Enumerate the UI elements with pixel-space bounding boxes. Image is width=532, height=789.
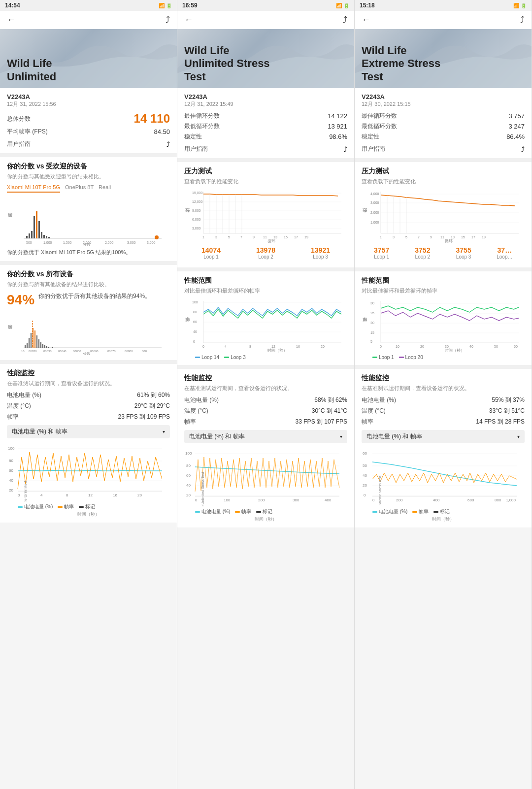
tab-xiaomi[interactable]: Xiaomi Mi 10T Pro 5G bbox=[7, 184, 60, 193]
svg-rect-8 bbox=[43, 235, 45, 238]
share-guide-icon-1[interactable]: ⤴ bbox=[166, 140, 170, 148]
vs-popular-title: 你的分数 vs 受欢迎的设备 bbox=[7, 162, 170, 171]
low-loop-val: 13 921 bbox=[328, 123, 347, 130]
svg-rect-3 bbox=[31, 231, 33, 238]
tab-reali[interactable]: Reali bbox=[99, 184, 111, 193]
share-guide-icon-2[interactable]: ⤴ bbox=[344, 145, 347, 153]
monitor-row-battery-1: 电池电量 (%) 61% 到 60% bbox=[7, 391, 170, 399]
vs-popular-sub: 你的分数与其他受欢迎型号的结果相比。 bbox=[7, 173, 170, 180]
svg-text:0: 0 bbox=[372, 498, 375, 502]
back-icon-2[interactable]: ← bbox=[184, 15, 193, 25]
tab-oneplus[interactable]: OnePlus 8T bbox=[65, 184, 94, 193]
legend-mark-1: 标记 bbox=[79, 503, 95, 510]
dropdown-label-3: 电池电量 (%) 和 帧率 bbox=[366, 432, 422, 441]
monitor-sub-3: 在基准测试运行期间，查看设备运行的状况。 bbox=[362, 385, 525, 392]
svg-text:50: 50 bbox=[494, 345, 498, 348]
legend-battery-1: 电池电量 (%) bbox=[18, 503, 53, 510]
monitor-row-battery-2: 电池电量 (%) 68% 到 62% bbox=[184, 396, 347, 404]
loop-label-4-3: Loop… bbox=[485, 254, 525, 260]
monitor-key-battery-2: 电池电量 (%) bbox=[184, 396, 219, 404]
nav-bar-2: ← ⤴ bbox=[177, 11, 354, 29]
legend-loop1-3: Loop 1 bbox=[372, 355, 394, 360]
hero-title-2: Wild LifeUnlimited StressTest bbox=[184, 44, 270, 83]
stability-label-2: 稳定性 bbox=[184, 132, 202, 141]
status-icons-3: 📶 🔋 bbox=[513, 3, 527, 8]
svg-text:9: 9 bbox=[430, 235, 432, 239]
share-icon-3[interactable]: ⤴ bbox=[520, 15, 525, 25]
svg-text:循环: 循环 bbox=[267, 239, 275, 243]
monitor-dropdown-2[interactable]: 电池电量 (%) 和 帧率 ▾ bbox=[184, 430, 347, 443]
svg-text:15: 15 bbox=[461, 235, 465, 239]
hero-title-3: Wild LifeExtreme StressTest bbox=[362, 44, 440, 83]
monitor-section-1: 性能监控 在基准测试运行期间，查看设备运行的状况。 电池电量 (%) 61% 到… bbox=[0, 364, 177, 523]
stability-row-2: 稳定性 98.6% bbox=[184, 132, 347, 141]
monitor-key-temp-1: 温度 (°C) bbox=[7, 402, 31, 410]
svg-text:12: 12 bbox=[88, 493, 93, 497]
svg-text:16: 16 bbox=[296, 345, 300, 348]
monitor-dropdown-1[interactable]: 电池电量 (%) 和 帧率 ▾ bbox=[7, 425, 170, 438]
monitor-legend-3: 电池电量 (%) 帧率 标记 bbox=[362, 508, 525, 515]
perf-range-title-2: 性能范围 bbox=[184, 276, 347, 285]
dropdown-arrow-3: ▾ bbox=[517, 434, 520, 439]
stability-row-3: 稳定性 86.4% bbox=[362, 132, 525, 141]
x-axis-time-3: 时间（秒） bbox=[362, 516, 525, 523]
loop-label-2-3: Loop 2 bbox=[402, 254, 442, 260]
share-icon-1[interactable]: ⤴ bbox=[166, 15, 170, 25]
svg-text:1,000: 1,000 bbox=[370, 221, 379, 224]
legend-battery-2: 电池电量 (%) bbox=[195, 508, 230, 515]
total-score-value: 14 110 bbox=[134, 112, 170, 126]
svg-text:00080: 00080 bbox=[125, 350, 133, 353]
loop-item-3-3: 3755 Loop 3 bbox=[444, 246, 484, 260]
svg-text:400: 400 bbox=[433, 498, 440, 502]
svg-rect-33 bbox=[48, 347, 49, 348]
legend-loop14-2: Loop 14 bbox=[195, 355, 219, 360]
svg-rect-30 bbox=[42, 344, 43, 348]
svg-text:60: 60 bbox=[193, 320, 197, 324]
monitor-dropdown-3[interactable]: 电池电量 (%) 和 帧率 ▾ bbox=[362, 430, 525, 443]
monitor-val-battery-1: 61% 到 60% bbox=[137, 391, 170, 399]
monitor-val-temp-3: 33°C 到 51°C bbox=[489, 407, 525, 415]
panel-extreme: 15:18 📶 🔋 ← ⤴ Wild LifeExtreme StressTes… bbox=[355, 0, 532, 789]
perf-range-sub-2: 对比最佳循环和最差循环的帧率 bbox=[184, 287, 347, 295]
svg-text:6,000: 6,000 bbox=[192, 218, 201, 221]
svg-text:分数: 分数 bbox=[83, 352, 91, 355]
comparison-tabs: Xiaomi Mi 10T Pro 5G OnePlus 8T Reali bbox=[7, 184, 170, 193]
back-icon-1[interactable]: ← bbox=[7, 15, 16, 25]
loop-label-3-3: Loop 3 bbox=[444, 254, 484, 260]
svg-text:5: 5 bbox=[405, 235, 407, 239]
svg-rect-27 bbox=[36, 335, 37, 348]
svg-text:13: 13 bbox=[451, 235, 455, 239]
svg-text:20: 20 bbox=[321, 345, 325, 348]
monitor-key-battery-3: 电池电量 (%) bbox=[362, 396, 396, 404]
share-guide-icon-3[interactable]: ⤴ bbox=[521, 145, 525, 153]
svg-text:11: 11 bbox=[263, 235, 267, 239]
fps-label: 平均帧率 (FPS) bbox=[7, 128, 48, 136]
legend-battery-label-1: 电池电量 (%) bbox=[24, 503, 53, 510]
svg-text:3: 3 bbox=[393, 235, 395, 239]
perf-range-chart-wrapper-3: 帧率 30 25 20 15 5 bbox=[362, 298, 525, 353]
svg-text:100: 100 bbox=[8, 446, 15, 451]
svg-text:20: 20 bbox=[137, 493, 142, 497]
legend-mark-label-3: 标记 bbox=[440, 508, 450, 515]
scores-section-1: V2243A 12月 31, 2022 15:56 总体分数 14 110 平均… bbox=[0, 88, 177, 157]
svg-text:15: 15 bbox=[284, 235, 288, 239]
svg-text:0: 0 bbox=[364, 493, 366, 497]
dropdown-label-2: 电池电量 (%) 和 帧率 bbox=[189, 432, 245, 441]
monitor-key-fps-1: 帧率 bbox=[7, 413, 19, 421]
monitor-sub-2: 在基准测试运行期间，查看设备运行的状况。 bbox=[184, 385, 347, 392]
svg-rect-23 bbox=[29, 338, 30, 348]
svg-text:60: 60 bbox=[363, 451, 367, 456]
svg-text:10: 10 bbox=[21, 350, 25, 353]
stress-chart-wrapper-3: 分数 4,000 3,000 2,000 1,000 bbox=[362, 189, 525, 243]
svg-rect-10 bbox=[48, 237, 50, 238]
perf-legend-2: Loop 14 Loop 3 bbox=[184, 355, 347, 360]
svg-text:1: 1 bbox=[380, 235, 382, 239]
hero-banner-1: Wild LifeUnlimited bbox=[0, 29, 177, 88]
status-icons-1: 📶 🔋 bbox=[159, 3, 172, 8]
monitor-key-fps-3: 帧率 bbox=[362, 418, 373, 426]
legend-battery-label-2: 电池电量 (%) bbox=[201, 508, 230, 515]
back-icon-3[interactable]: ← bbox=[362, 15, 370, 25]
status-time-1: 14:54 bbox=[5, 2, 20, 9]
monitor-title-1: 性能监控 bbox=[7, 369, 170, 378]
share-icon-2[interactable]: ⤴ bbox=[343, 15, 347, 25]
